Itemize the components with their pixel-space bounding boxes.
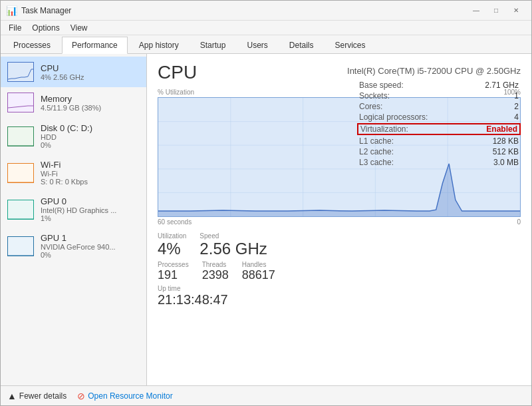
threads-label: Threads xyxy=(202,261,229,268)
fewer-details-button[interactable]: ▲ Fewer details xyxy=(7,391,66,401)
arrow-up-icon: ▲ xyxy=(7,391,17,401)
minimize-button[interactable]: — xyxy=(466,4,486,17)
menu-options[interactable]: Options xyxy=(27,22,65,34)
disk-sidebar-detail2: 0% xyxy=(41,141,140,149)
speed-label: Speed xyxy=(200,232,267,240)
sockets-row: Sockets: 1 xyxy=(359,91,519,101)
sidebar: CPU 4% 2.56 GHz Memory 4.5/11.9 GB (38%) xyxy=(1,54,147,385)
svg-rect-2 xyxy=(8,127,34,146)
logical-processors-label: Logical processors: xyxy=(359,112,428,122)
l3-cache-value: 3.0 MB xyxy=(493,158,519,167)
handles-stat: Handles 88617 xyxy=(242,261,275,282)
utilization-stat: Utilization 4% xyxy=(158,232,186,258)
svg-rect-1 xyxy=(8,93,34,112)
sidebar-item-cpu[interactable]: CPU 4% 2.56 GHz xyxy=(1,57,146,87)
bottom-bar: ▲ Fewer details ⊘ Open Resource Monitor xyxy=(1,385,531,405)
svg-rect-3 xyxy=(8,164,34,183)
cpu-model: Intel(R) Core(TM) i5-7200U CPU @ 2.50GHz xyxy=(347,66,521,76)
gpu0-sidebar-name: GPU 0 xyxy=(41,196,140,206)
tab-bar: Processes Performance App history Startu… xyxy=(1,35,531,54)
utilization-value: 4% xyxy=(158,240,186,258)
chart-y-label: % Utilization xyxy=(158,89,194,96)
memory-sidebar-detail: 4.5/11.9 GB (38%) xyxy=(41,104,140,112)
disk-sidebar-name: Disk 0 (C: D:) xyxy=(41,123,140,133)
handles-label: Handles xyxy=(242,261,275,268)
gpu0-thumbnail xyxy=(7,200,34,220)
disk-sidebar-info: Disk 0 (C: D:) HDD 0% xyxy=(41,123,140,149)
tab-details[interactable]: Details xyxy=(279,37,324,53)
l1-cache-value: 128 KB xyxy=(493,136,519,146)
svg-rect-4 xyxy=(8,200,34,220)
l2-cache-label: L2 cache: xyxy=(359,147,394,156)
l3-cache-label: L3 cache: xyxy=(359,158,394,167)
cpu-sidebar-info: CPU 4% 2.56 GHz xyxy=(41,63,140,81)
tab-startup[interactable]: Startup xyxy=(190,37,236,53)
memory-thumbnail xyxy=(7,93,34,112)
sidebar-item-gpu1[interactable]: GPU 1 NVIDIA GeForce 940... 0% xyxy=(1,228,146,264)
menu-view[interactable]: View xyxy=(65,22,93,34)
tab-performance[interactable]: Performance xyxy=(62,37,128,54)
uptime-value: 21:13:48:47 xyxy=(158,292,521,307)
wifi-sidebar-detail2: S: 0 R: 0 Kbps xyxy=(41,178,140,186)
base-speed-value: 2.71 GHz xyxy=(485,81,519,90)
tab-app-history[interactable]: App history xyxy=(129,37,189,53)
fewer-details-label: Fewer details xyxy=(19,391,66,401)
base-speed-label: Base speed: xyxy=(359,81,404,90)
sidebar-item-gpu0[interactable]: GPU 0 Intel(R) HD Graphics ... 1% xyxy=(1,191,146,228)
tab-users[interactable]: Users xyxy=(237,37,277,53)
menu-file[interactable]: File xyxy=(3,22,27,34)
uptime-label: Up time xyxy=(158,285,521,292)
app-icon: 📊 xyxy=(6,5,17,16)
l2-cache-row: L2 cache: 512 KB xyxy=(359,146,519,157)
menubar: File Options View xyxy=(1,21,531,35)
l2-cache-value: 512 KB xyxy=(493,147,519,156)
open-resource-monitor-button[interactable]: ⊘ Open Resource Monitor xyxy=(77,391,172,401)
processes-label: Processes xyxy=(158,261,189,268)
gpu1-sidebar-name: GPU 1 xyxy=(41,233,140,243)
gpu1-thumbnail xyxy=(7,236,34,256)
gpu0-sidebar-detail2: 1% xyxy=(41,214,140,222)
stats-row2: Processes 191 Threads 2398 Handles 88617 xyxy=(158,261,521,282)
processes-stat: Processes 191 xyxy=(158,261,189,282)
utilization-label: Utilization xyxy=(158,232,186,240)
cores-label: Cores: xyxy=(359,102,382,111)
cores-row: Cores: 2 xyxy=(359,101,519,112)
base-speed-row: Base speed: 2.71 GHz xyxy=(359,80,519,91)
virtualization-row: Virtualization: Enabled xyxy=(357,123,521,135)
tab-processes[interactable]: Processes xyxy=(3,37,61,53)
wifi-sidebar-name: Wi-Fi xyxy=(41,160,140,170)
memory-sidebar-info: Memory 4.5/11.9 GB (38%) xyxy=(41,94,140,112)
close-button[interactable]: ✕ xyxy=(506,4,526,17)
gpu1-sidebar-detail1: NVIDIA GeForce 940... xyxy=(41,243,140,251)
sidebar-item-disk[interactable]: Disk 0 (C: D:) HDD 0% xyxy=(1,118,146,154)
wifi-sidebar-detail1: Wi-Fi xyxy=(41,170,140,178)
gpu1-sidebar-detail2: 0% xyxy=(41,251,140,259)
virtualization-value: Enabled xyxy=(486,124,517,134)
sockets-label: Sockets: xyxy=(359,91,390,101)
speed-value: 2.56 GHz xyxy=(200,240,267,258)
uptime-stat: Up time 21:13:48:47 xyxy=(158,285,521,307)
threads-value: 2398 xyxy=(202,268,229,282)
cpu-sidebar-detail: 4% 2.56 GHz xyxy=(41,73,140,81)
sidebar-item-memory[interactable]: Memory 4.5/11.9 GB (38%) xyxy=(1,87,146,118)
chart-time-label: 60 seconds 0 xyxy=(158,218,521,226)
gpu0-sidebar-info: GPU 0 Intel(R) HD Graphics ... 1% xyxy=(41,196,140,222)
chart-x-start: 60 seconds xyxy=(158,218,192,226)
l1-cache-label: L1 cache: xyxy=(359,136,394,146)
logical-processors-value: 4 xyxy=(514,112,519,122)
tab-services[interactable]: Services xyxy=(325,37,376,53)
cores-value: 2 xyxy=(514,102,519,111)
sockets-value: 1 xyxy=(514,91,519,101)
resource-monitor-icon: ⊘ xyxy=(77,391,85,401)
main-panel: CPU Intel(R) Core(TM) i5-7200U CPU @ 2.5… xyxy=(147,54,531,385)
cpu-thumbnail xyxy=(7,62,34,82)
handles-value: 88617 xyxy=(242,268,275,282)
resource-monitor-label: Open Resource Monitor xyxy=(88,391,172,401)
cpu-sidebar-name: CPU xyxy=(41,63,140,73)
content-area: CPU 4% 2.56 GHz Memory 4.5/11.9 GB (38%) xyxy=(1,54,531,385)
maximize-button[interactable]: □ xyxy=(486,4,506,17)
disk-sidebar-detail1: HDD xyxy=(41,133,140,141)
sidebar-item-wifi[interactable]: Wi-Fi Wi-Fi S: 0 R: 0 Kbps xyxy=(1,154,146,191)
stats-row1: Utilization 4% Speed 2.56 GHz xyxy=(158,232,521,258)
memory-sidebar-name: Memory xyxy=(41,94,140,104)
